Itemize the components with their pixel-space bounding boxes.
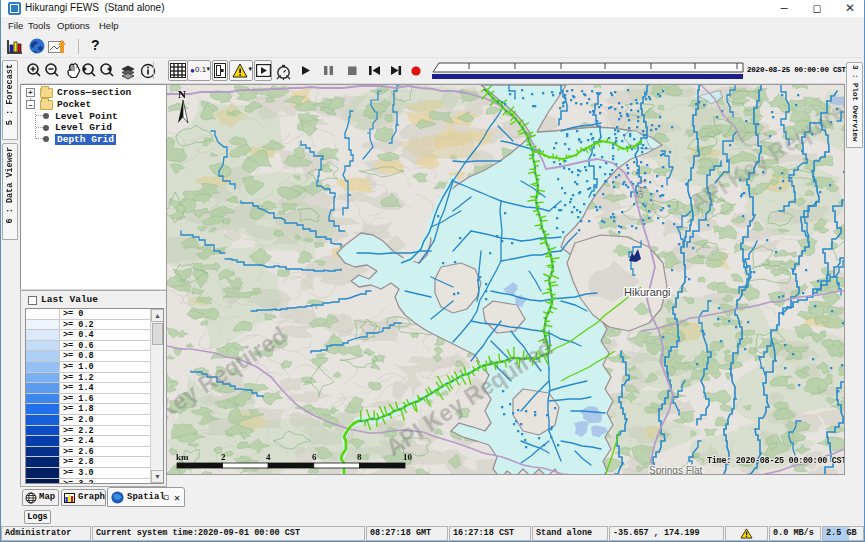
svg-text:Time: 2020-08-25 00:00:00 CST: Time: 2020-08-25 00:00:00 CST bbox=[707, 456, 845, 466]
svg-text:10: 10 bbox=[403, 452, 413, 462]
svg-text:8: 8 bbox=[357, 452, 362, 462]
svg-text:6: 6 bbox=[312, 452, 317, 462]
svg-text:2: 2 bbox=[221, 452, 226, 462]
svg-text:Springs Flat: Springs Flat bbox=[649, 465, 703, 475]
svg-text:N: N bbox=[178, 88, 186, 100]
svg-text:km: km bbox=[176, 452, 189, 462]
svg-text:Hikurangi: Hikurangi bbox=[624, 286, 670, 298]
svg-text:4: 4 bbox=[266, 452, 271, 462]
